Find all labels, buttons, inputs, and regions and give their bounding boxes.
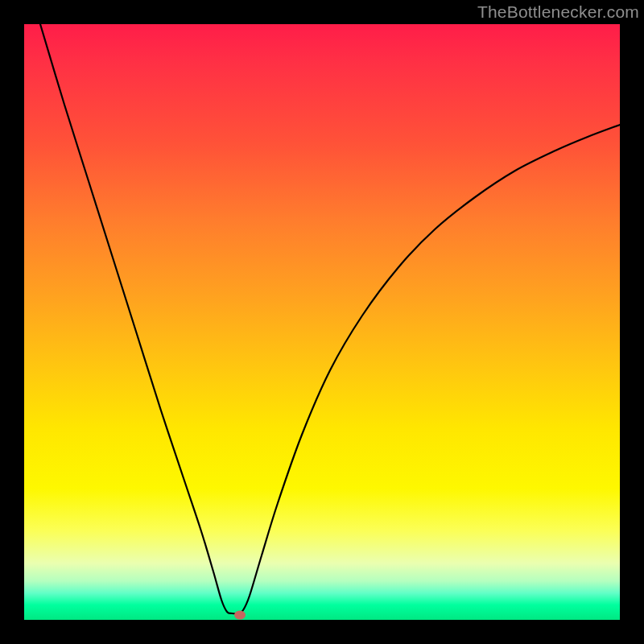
curve-svg bbox=[24, 24, 620, 620]
plot-area bbox=[24, 24, 620, 620]
bottleneck-curve-path bbox=[40, 24, 620, 613]
chart-frame: TheBottlenecker.com bbox=[0, 0, 644, 644]
watermark-text: TheBottlenecker.com bbox=[477, 2, 639, 22]
current-config-marker bbox=[234, 611, 246, 620]
